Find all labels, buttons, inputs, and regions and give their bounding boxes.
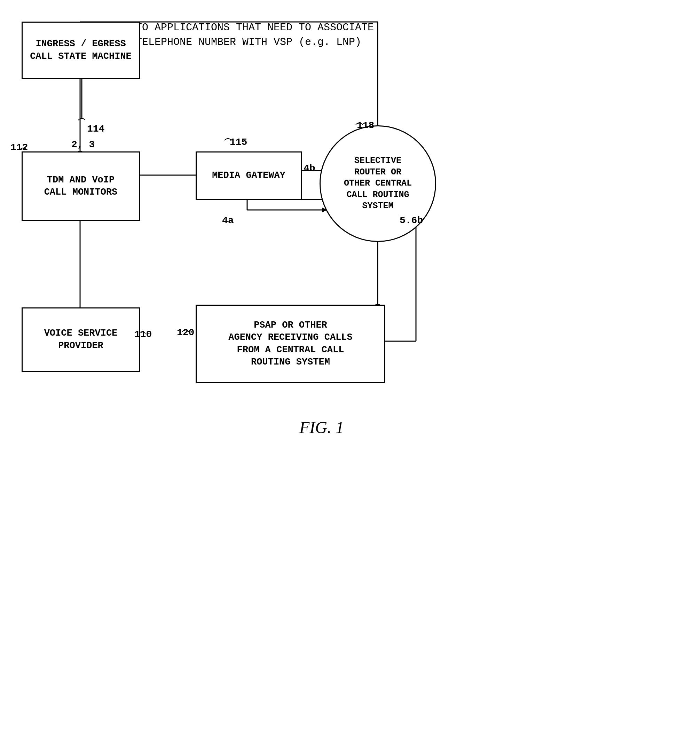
tdm-voip-box: TDM AND VoIPCALL MONITORS: [22, 152, 140, 221]
ref-118: 118: [357, 120, 374, 131]
voice-service-provider-box: VOICE SERVICEPROVIDER: [22, 308, 140, 372]
ref-110: 110: [134, 329, 152, 340]
psap-box: PSAP OR OTHERAGENCY RECEIVING CALLSFROM …: [196, 305, 385, 383]
figure-label: FIG. 1: [299, 418, 344, 437]
ingress-egress-box: INGRESS / EGRESSCALL STATE MACHINE: [22, 22, 140, 79]
ref-5-6b: 5.6b: [400, 215, 423, 226]
diagram-container: TO APPLICATIONS THAT NEED TO ASSOCIATETE…: [0, 0, 700, 736]
ref-112: 112: [10, 142, 28, 153]
top-annotation: TO APPLICATIONS THAT NEED TO ASSOCIATETE…: [136, 20, 374, 49]
ref-120: 120: [177, 327, 194, 338]
ref-114: 114: [87, 124, 104, 134]
ref-4b: 4b: [303, 163, 315, 174]
ref-2-3: 2, 3: [71, 139, 95, 150]
ref-4a: 4a: [222, 215, 234, 226]
ref-115: 115: [230, 137, 247, 148]
media-gateway-box: MEDIA GATEWAY: [196, 152, 302, 200]
